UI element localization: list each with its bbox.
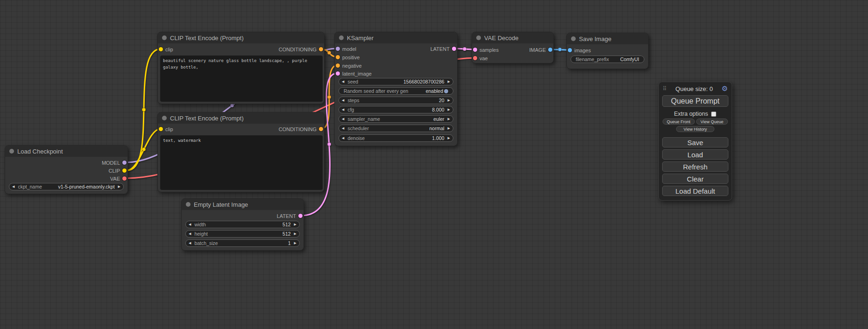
input-dot-positive[interactable] [336,55,340,59]
output-dot-conditioning[interactable] [319,47,323,51]
increment-arrow-icon[interactable]: ▶ [448,106,450,113]
node-load-checkpoint[interactable]: Load Checkpoint MODEL CLIP VAE ◀ ckpt_na… [5,145,128,194]
save-button[interactable]: Save [662,137,728,147]
increment-arrow-icon[interactable]: ▶ [294,221,296,228]
decrement-arrow-icon[interactable]: ◀ [12,183,14,190]
widget-ckpt-name[interactable]: ◀ ckpt_name v1-5-pruned-emaonly.ckpt ▶ [9,183,124,190]
widget-name: Random seed after every gen [344,88,408,94]
widget-denoise[interactable]: ◀ denoise 1.000 ▶ [339,134,453,142]
extra-options-checkbox[interactable] [711,112,716,117]
widget-height[interactable]: ◀ height 512 ▶ [185,230,300,238]
toggle-indicator[interactable] [444,89,448,93]
settings-gear-icon[interactable]: ⚙ [722,84,728,93]
input-label-clip: clip [165,46,173,53]
input-label-negative: negative [342,62,362,70]
input-label-model: model [342,45,356,53]
view-history-button[interactable]: View History [676,126,714,132]
output-dot-clip[interactable] [122,168,127,173]
widget-batch-size[interactable]: ◀ batch_size 1 ▶ [185,239,300,247]
decrement-arrow-icon[interactable]: ◀ [342,97,344,104]
increment-arrow-icon[interactable]: ▶ [294,230,296,238]
input-dot-model[interactable] [336,47,340,51]
input-dot-images[interactable] [568,48,572,52]
queue-front-button[interactable]: Queue Front [663,119,695,125]
decrement-arrow-icon[interactable]: ◀ [189,239,191,247]
slot-row: vae [472,55,553,62]
node-clip-text-encode-positive[interactable]: CLIP Text Encode (Prompt) clip CONDITION… [157,32,325,104]
link-midpoint-dot [142,147,146,151]
increment-arrow-icon[interactable]: ▶ [448,115,450,123]
node-title-bar[interactable]: Load Checkpoint [5,146,127,157]
input-label-positive: positive [342,54,360,61]
widget-random-seed-toggle[interactable]: Random seed after every gen enabled [339,87,453,95]
node-title: CLIP Text Encode (Prompt) [170,35,244,42]
widget-width[interactable]: ◀ width 512 ▶ [185,221,300,228]
increment-arrow-icon[interactable]: ▶ [448,125,450,132]
queue-prompt-button[interactable]: Queue Prompt [662,95,728,107]
node-vae-decode[interactable]: VAE Decode samples IMAGE vae [472,32,554,63]
input-dot-negative[interactable] [336,63,340,68]
input-dot-vae[interactable] [473,56,477,60]
output-dot-conditioning[interactable] [319,127,323,131]
input-dot-clip[interactable] [159,127,163,131]
link-midpoint-dot [142,108,146,112]
widget-value: 512 [208,231,291,237]
positive-prompt-textarea[interactable]: beautiful scenery nature glass bottle la… [160,56,323,102]
node-title-bar[interactable]: Save Image [567,33,648,44]
widget-name: filename_prefix [576,56,609,62]
slot-row: positive [335,54,457,61]
increment-arrow-icon[interactable]: ▶ [448,134,450,142]
load-button[interactable]: Load [662,149,728,160]
widget-seed[interactable]: ◀ seed 156680208700286 ▶ [339,78,453,85]
decrement-arrow-icon[interactable]: ◀ [342,106,344,113]
widget-name: sampler_name [347,116,380,122]
output-dot-latent[interactable] [452,47,456,51]
output-dot-model[interactable] [122,161,127,165]
widget-name: seed [347,79,358,84]
widget-scheduler[interactable]: ◀ scheduler normal ▶ [339,125,453,132]
increment-arrow-icon[interactable]: ▶ [294,239,296,247]
widget-cfg[interactable]: ◀ cfg 8.000 ▶ [339,106,453,113]
view-queue-button[interactable]: View Queue [696,119,728,125]
decrement-arrow-icon[interactable]: ◀ [342,115,344,123]
node-empty-latent-image[interactable]: Empty Latent Image LATENT ◀ width 512 ▶ … [181,198,304,251]
widget-sampler-name[interactable]: ◀ sampler_name euler ▶ [339,115,453,123]
widget-name: height [194,231,208,237]
node-ksampler[interactable]: KSampler model LATENT positive negative … [334,32,458,146]
decrement-arrow-icon[interactable]: ◀ [189,221,191,228]
widget-filename-prefix[interactable]: filename_prefix ComfyUI [571,56,644,63]
input-dot-samples[interactable] [473,48,477,52]
node-status-dot [186,202,191,207]
decrement-arrow-icon[interactable]: ◀ [342,78,344,85]
output-dot-latent[interactable] [298,214,303,218]
widget-steps[interactable]: ◀ steps 20 ▶ [339,97,453,104]
input-label-vae: vae [480,55,488,62]
node-title-bar[interactable]: Empty Latent Image [182,199,303,210]
clear-button[interactable]: Clear [662,174,728,184]
decrement-arrow-icon[interactable]: ◀ [342,125,344,132]
output-dot-image[interactable] [548,48,552,52]
negative-prompt-textarea[interactable]: text, watermark [160,135,323,190]
decrement-arrow-icon[interactable]: ◀ [342,134,344,142]
load-default-button[interactable]: Load Default [662,186,728,196]
widget-value: euler [380,116,445,122]
decrement-arrow-icon[interactable]: ◀ [189,230,191,238]
node-title-bar[interactable]: CLIP Text Encode (Prompt) [158,112,324,124]
input-dot-latent-image[interactable] [336,71,340,76]
node-status-dot [476,35,481,40]
output-dot-vae[interactable] [122,176,127,181]
increment-arrow-icon[interactable]: ▶ [448,78,450,85]
input-label-latent-image: latent_image [342,70,372,77]
increment-arrow-icon[interactable]: ▶ [118,183,120,190]
node-title-bar[interactable]: CLIP Text Encode (Prompt) [158,32,324,43]
node-clip-text-encode-negative[interactable]: CLIP Text Encode (Prompt) clip CONDITION… [157,112,325,192]
increment-arrow-icon[interactable]: ▶ [448,97,450,104]
node-graph-canvas[interactable]: Load Checkpoint MODEL CLIP VAE ◀ ckpt_na… [0,0,868,329]
drag-handle-icon[interactable]: ⠿ [663,85,667,92]
node-save-image[interactable]: Save Image images filename_prefix ComfyU… [566,33,649,69]
refresh-button[interactable]: Refresh [662,161,728,172]
node-title-bar[interactable]: KSampler [335,32,457,43]
slot-row: samples IMAGE [472,46,553,54]
node-title-bar[interactable]: VAE Decode [472,32,553,43]
input-dot-clip[interactable] [159,47,163,51]
